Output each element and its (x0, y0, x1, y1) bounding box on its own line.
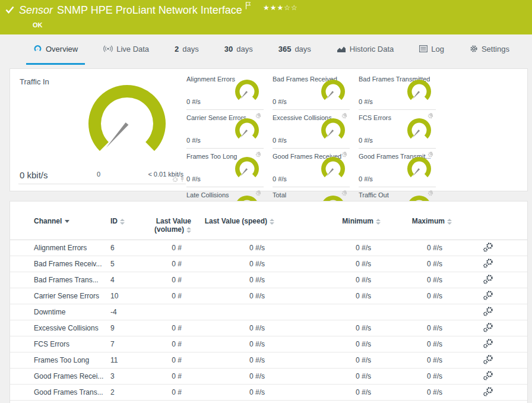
cell-channel[interactable]: Alignment Errors (10, 240, 110, 256)
cell-last-value-volume: 0 # (147, 256, 191, 272)
cell-channel[interactable]: Excessive Collisions (10, 320, 110, 336)
channel-settings-gears-icon[interactable] (483, 258, 493, 269)
gauge-label: Frames Too Long (186, 153, 237, 160)
channel-settings-gears-icon[interactable] (483, 322, 493, 333)
cell-channel[interactable]: Downtime (10, 304, 110, 320)
cell-last-value-speed: 0 #/s (191, 336, 274, 352)
mini-gauge (318, 115, 349, 142)
priority-stars[interactable]: ★★★☆☆ (263, 4, 298, 12)
mini-gauge (232, 115, 262, 142)
cell-last-value-speed: 0 #/s (191, 385, 274, 401)
mini-gauge (404, 76, 435, 103)
col-maximum[interactable]: Maximum (381, 202, 452, 240)
status-ok-check-icon (5, 6, 14, 14)
cell-minimum: 0 #/s (274, 369, 381, 385)
log-list-icon (419, 45, 428, 52)
cell-last-value-volume: 0 # (147, 272, 191, 288)
main-gauge-traffic-in: Traffic In 0 kbit/s 0 < 0.01 kbit/s (18, 71, 186, 184)
gauge-value: 0 #/s (273, 137, 287, 144)
cell-actions (452, 256, 527, 272)
col-channel[interactable]: Channel (10, 202, 110, 240)
tab-settings[interactable]: Settings (463, 34, 517, 65)
priority-flag-icon[interactable] (245, 2, 251, 10)
sort-desc-icon (65, 220, 69, 223)
small-gauge-cell: Good Frames Transmit... 0 #/s (359, 149, 436, 187)
cell-channel[interactable]: FCS Errors (10, 336, 110, 352)
mini-gauge (232, 153, 262, 181)
channel-settings-gears-icon[interactable] (483, 338, 493, 349)
cell-channel[interactable]: Carrier Sense Errors (10, 288, 110, 304)
table-row[interactable]: Bad Frames Receiv... 5 0 # 0 #/s 0 #/s 0… (10, 256, 527, 272)
sort-icon (447, 219, 452, 225)
cell-last-value-volume: 0 # (147, 240, 191, 256)
channel-settings-gears-icon[interactable] (483, 274, 493, 285)
cell-id: -4 (110, 304, 147, 320)
small-gauge-cell: Carrier Sense Errors 0 #/s (186, 110, 264, 149)
cell-channel[interactable]: Frames Too Long (10, 352, 110, 369)
table-row[interactable]: FCS Errors 7 0 # 0 #/s 0 #/s 0 #/s (10, 336, 527, 352)
cell-last-value-speed: 0 #/s (191, 369, 274, 385)
sort-icon (186, 227, 191, 233)
table-row[interactable]: Downtime -4 (10, 304, 527, 320)
page-title: SNMP HPE ProLiant Network Interface (57, 4, 242, 16)
channel-settings-gears-icon[interactable] (483, 386, 493, 397)
cell-last-value-speed: 0 #/s (191, 272, 274, 288)
cell-maximum: 0 #/s (381, 240, 452, 256)
col-last-value-volume[interactable]: Last Value (volume) (147, 202, 191, 240)
traffic-in-gauge (80, 77, 175, 156)
cell-last-value-volume: 0 # (147, 320, 191, 336)
tab-live-data[interactable]: Live Data (96, 34, 156, 65)
table-row[interactable]: Alignment Errors 6 0 # 0 #/s 0 #/s 0 #/s (10, 240, 527, 256)
gauge-pin-icon[interactable] (180, 177, 185, 182)
table-row[interactable]: Bad Frames Trans... 4 0 # 0 #/s 0 #/s 0 … (10, 272, 527, 288)
table-row[interactable]: Excessive Collisions 9 0 # 0 #/s 0 #/s 0… (10, 320, 527, 336)
cell-actions (452, 369, 527, 385)
tab-30-days[interactable]: 30days (217, 34, 260, 65)
tab-2-days[interactable]: 2days (167, 34, 206, 65)
cell-id: 3 (110, 369, 147, 385)
cell-channel[interactable]: Good Frames Trans... (10, 385, 110, 401)
cell-maximum: 0 #/s (381, 320, 452, 336)
cell-maximum: 0 #/s (381, 288, 452, 304)
table-row[interactable]: Frames Too Long 11 0 # 0 #/s 0 #/s 0 #/s (10, 352, 527, 369)
cell-channel[interactable]: Good Frames Recei... (10, 369, 110, 385)
tab-label: Overview (46, 45, 78, 53)
channel-settings-gears-icon[interactable] (483, 306, 493, 317)
cell-last-value-speed: 0 #/s (191, 288, 274, 304)
tab-label: Log (431, 45, 444, 53)
gauge-value: 0 #/s (273, 98, 287, 105)
cell-id: 10 (110, 288, 147, 304)
table-row[interactable]: Good Frames Trans... 2 0 # 0 #/s 0 #/s 0… (10, 385, 527, 401)
col-minimum[interactable]: Minimum (274, 202, 381, 240)
cell-channel[interactable]: Bad Frames Trans... (10, 272, 110, 288)
channel-settings-gears-icon[interactable] (483, 354, 493, 365)
cell-last-value-volume: 0 # (147, 385, 191, 401)
gauge-label: Traffic Out (359, 191, 389, 199)
gauge-settings-gear-icon[interactable] (172, 177, 178, 182)
tab-label: Live Data (116, 45, 149, 53)
cell-last-value-speed: 0 #/s (191, 352, 274, 369)
gauge-label: FCS Errors (359, 114, 391, 121)
cell-channel[interactable]: Bad Frames Receiv... (10, 256, 110, 272)
cell-maximum (381, 304, 452, 320)
gauge-value: 0 #/s (186, 137, 201, 144)
col-id[interactable]: ID (110, 202, 147, 240)
channel-settings-gears-icon[interactable] (483, 290, 493, 301)
channel-settings-gears-icon[interactable] (483, 370, 493, 381)
cell-minimum: 0 #/s (274, 240, 381, 256)
cell-last-value-speed (191, 304, 274, 320)
tab-log[interactable]: Log (412, 34, 451, 65)
col-last-value-speed[interactable]: Last Value (speed) (191, 202, 274, 240)
sort-icon (120, 219, 125, 225)
channel-settings-gears-icon[interactable] (483, 242, 493, 253)
table-row[interactable]: Good Frames Recei... 3 0 # 0 #/s 0 #/s 0… (10, 369, 527, 385)
small-gauge-cell: Excessive Collisions 0 #/s (273, 110, 350, 149)
table-row[interactable]: Carrier Sense Errors 10 0 # 0 #/s 0 #/s … (10, 288, 527, 304)
tab-365-days[interactable]: 365days (271, 34, 318, 65)
tab-overview[interactable]: Overview (26, 34, 85, 65)
mini-gauge (404, 153, 435, 181)
cell-minimum: 0 #/s (274, 385, 381, 401)
cell-last-value-speed: 0 #/s (191, 320, 274, 336)
tab-historic-data[interactable]: Historic Data (330, 34, 401, 65)
gauge-value: 0 #/s (359, 175, 373, 182)
